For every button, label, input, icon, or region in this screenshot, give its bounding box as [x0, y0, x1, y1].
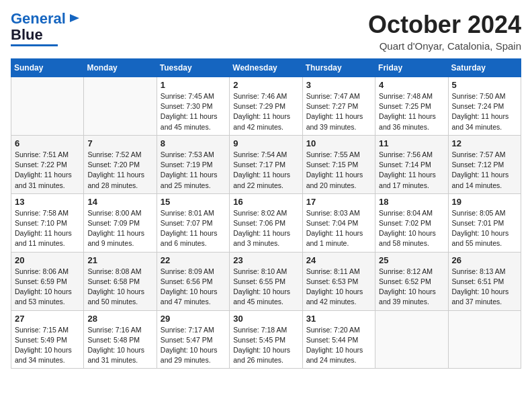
- logo: General Blue: [11, 11, 81, 46]
- cell-info: Sunrise: 7:57 AM Sunset: 7:12 PM Dayligh…: [452, 150, 517, 191]
- location-text: Quart d'Onyar, Catalonia, Spain: [368, 40, 521, 52]
- day-number: 7: [87, 138, 152, 148]
- day-number: 20: [15, 255, 80, 265]
- day-number: 27: [15, 314, 80, 324]
- month-title: October 2024: [368, 11, 521, 39]
- calendar-cell: 24Sunrise: 8:11 AM Sunset: 6:53 PM Dayli…: [302, 252, 375, 310]
- cell-info: Sunrise: 8:10 AM Sunset: 6:55 PM Dayligh…: [233, 267, 298, 308]
- calendar-cell: 6Sunrise: 7:51 AM Sunset: 7:22 PM Daylig…: [11, 135, 84, 193]
- day-number: 25: [379, 255, 444, 265]
- calendar-cell: 26Sunrise: 8:13 AM Sunset: 6:51 PM Dayli…: [448, 252, 521, 310]
- cell-info: Sunrise: 8:01 AM Sunset: 7:07 PM Dayligh…: [161, 208, 226, 249]
- cell-info: Sunrise: 7:51 AM Sunset: 7:22 PM Dayligh…: [15, 150, 80, 191]
- calendar-week-3: 13Sunrise: 7:58 AM Sunset: 7:10 PM Dayli…: [11, 193, 521, 252]
- calendar-cell: 27Sunrise: 7:15 AM Sunset: 5:49 PM Dayli…: [11, 310, 84, 369]
- calendar-cell: 18Sunrise: 8:04 AM Sunset: 7:02 PM Dayli…: [375, 193, 448, 252]
- cell-info: Sunrise: 8:02 AM Sunset: 7:06 PM Dayligh…: [233, 208, 298, 249]
- day-number: 18: [379, 197, 444, 207]
- calendar-cell: [375, 310, 448, 369]
- cell-info: Sunrise: 7:54 AM Sunset: 7:17 PM Dayligh…: [233, 150, 298, 191]
- day-number: 29: [161, 314, 226, 324]
- calendar-cell: [448, 310, 521, 369]
- day-number: 19: [452, 197, 517, 207]
- cell-info: Sunrise: 8:08 AM Sunset: 6:58 PM Dayligh…: [87, 267, 152, 308]
- cell-info: Sunrise: 8:04 AM Sunset: 7:02 PM Dayligh…: [379, 208, 444, 249]
- calendar-week-4: 20Sunrise: 8:06 AM Sunset: 6:59 PM Dayli…: [11, 252, 521, 310]
- cell-info: Sunrise: 8:11 AM Sunset: 6:53 PM Dayligh…: [306, 267, 371, 308]
- day-number: 31: [306, 314, 371, 324]
- day-number: 23: [233, 255, 298, 265]
- calendar-cell: 12Sunrise: 7:57 AM Sunset: 7:12 PM Dayli…: [448, 135, 521, 193]
- calendar-cell: 8Sunrise: 7:53 AM Sunset: 7:19 PM Daylig…: [157, 135, 229, 193]
- cell-info: Sunrise: 7:20 AM Sunset: 5:44 PM Dayligh…: [306, 325, 371, 366]
- logo-arrow-icon: [69, 12, 81, 24]
- calendar-cell: 2Sunrise: 7:46 AM Sunset: 7:29 PM Daylig…: [230, 77, 302, 136]
- logo-text: General: [11, 11, 66, 27]
- col-header-monday: Monday: [84, 59, 157, 77]
- col-header-thursday: Thursday: [302, 59, 375, 77]
- day-number: 13: [15, 197, 80, 207]
- calendar-cell: 29Sunrise: 7:17 AM Sunset: 5:47 PM Dayli…: [157, 310, 229, 369]
- cell-info: Sunrise: 8:06 AM Sunset: 6:59 PM Dayligh…: [15, 267, 80, 308]
- calendar-cell: 30Sunrise: 7:18 AM Sunset: 5:45 PM Dayli…: [230, 310, 302, 369]
- cell-info: Sunrise: 7:58 AM Sunset: 7:10 PM Dayligh…: [15, 208, 80, 249]
- col-header-wednesday: Wednesday: [230, 59, 302, 77]
- calendar-cell: 11Sunrise: 7:56 AM Sunset: 7:14 PM Dayli…: [375, 135, 448, 193]
- day-number: 8: [161, 138, 226, 148]
- calendar-cell: 5Sunrise: 7:50 AM Sunset: 7:24 PM Daylig…: [448, 77, 521, 136]
- cell-info: Sunrise: 7:50 AM Sunset: 7:24 PM Dayligh…: [452, 91, 517, 132]
- title-section: October 2024 Quart d'Onyar, Catalonia, S…: [368, 11, 521, 52]
- day-number: 28: [87, 314, 152, 324]
- calendar-cell: 15Sunrise: 8:01 AM Sunset: 7:07 PM Dayli…: [157, 193, 229, 252]
- cell-info: Sunrise: 7:55 AM Sunset: 7:15 PM Dayligh…: [306, 150, 371, 191]
- day-number: 1: [161, 80, 226, 90]
- day-number: 14: [87, 197, 152, 207]
- calendar-cell: 25Sunrise: 8:12 AM Sunset: 6:52 PM Dayli…: [375, 252, 448, 310]
- calendar-cell: 14Sunrise: 8:00 AM Sunset: 7:09 PM Dayli…: [84, 193, 157, 252]
- cell-info: Sunrise: 8:09 AM Sunset: 6:56 PM Dayligh…: [161, 267, 226, 308]
- day-number: 30: [233, 314, 298, 324]
- calendar-cell: [11, 77, 84, 136]
- cell-info: Sunrise: 7:56 AM Sunset: 7:14 PM Dayligh…: [379, 150, 444, 191]
- calendar-cell: 31Sunrise: 7:20 AM Sunset: 5:44 PM Dayli…: [302, 310, 375, 369]
- day-number: 9: [233, 138, 298, 148]
- calendar-cell: 21Sunrise: 8:08 AM Sunset: 6:58 PM Dayli…: [84, 252, 157, 310]
- cell-info: Sunrise: 8:00 AM Sunset: 7:09 PM Dayligh…: [87, 208, 152, 249]
- calendar-week-5: 27Sunrise: 7:15 AM Sunset: 5:49 PM Dayli…: [11, 310, 521, 369]
- calendar-cell: 3Sunrise: 7:47 AM Sunset: 7:27 PM Daylig…: [302, 77, 375, 136]
- cell-info: Sunrise: 7:15 AM Sunset: 5:49 PM Dayligh…: [15, 325, 80, 366]
- calendar-cell: 9Sunrise: 7:54 AM Sunset: 7:17 PM Daylig…: [230, 135, 302, 193]
- logo-text2: Blue: [11, 27, 43, 43]
- day-number: 26: [452, 255, 517, 265]
- calendar-header-row: SundayMondayTuesdayWednesdayThursdayFrid…: [11, 59, 521, 77]
- cell-info: Sunrise: 7:52 AM Sunset: 7:20 PM Dayligh…: [87, 150, 152, 191]
- svg-marker-0: [70, 14, 79, 22]
- page-header: General Blue October 2024 Quart d'Onyar,…: [11, 11, 521, 52]
- calendar-cell: 13Sunrise: 7:58 AM Sunset: 7:10 PM Dayli…: [11, 193, 84, 252]
- cell-info: Sunrise: 8:03 AM Sunset: 7:04 PM Dayligh…: [306, 208, 371, 249]
- day-number: 2: [233, 80, 298, 90]
- calendar-cell: 17Sunrise: 8:03 AM Sunset: 7:04 PM Dayli…: [302, 193, 375, 252]
- calendar-cell: 16Sunrise: 8:02 AM Sunset: 7:06 PM Dayli…: [230, 193, 302, 252]
- day-number: 21: [87, 255, 152, 265]
- day-number: 3: [306, 80, 371, 90]
- cell-info: Sunrise: 8:13 AM Sunset: 6:51 PM Dayligh…: [452, 267, 517, 308]
- cell-info: Sunrise: 7:17 AM Sunset: 5:47 PM Dayligh…: [161, 325, 226, 366]
- calendar-cell: 28Sunrise: 7:16 AM Sunset: 5:48 PM Dayli…: [84, 310, 157, 369]
- day-number: 17: [306, 197, 371, 207]
- logo-underline: [11, 44, 58, 46]
- cell-info: Sunrise: 8:12 AM Sunset: 6:52 PM Dayligh…: [379, 267, 444, 308]
- calendar-cell: 22Sunrise: 8:09 AM Sunset: 6:56 PM Dayli…: [157, 252, 229, 310]
- day-number: 12: [452, 138, 517, 148]
- col-header-friday: Friday: [375, 59, 448, 77]
- cell-info: Sunrise: 8:05 AM Sunset: 7:01 PM Dayligh…: [452, 208, 517, 249]
- day-number: 5: [452, 80, 517, 90]
- calendar-cell: 20Sunrise: 8:06 AM Sunset: 6:59 PM Dayli…: [11, 252, 84, 310]
- day-number: 11: [379, 138, 444, 148]
- day-number: 4: [379, 80, 444, 90]
- calendar-cell: 1Sunrise: 7:45 AM Sunset: 7:30 PM Daylig…: [157, 77, 229, 136]
- calendar-table: SundayMondayTuesdayWednesdayThursdayFrid…: [11, 58, 521, 369]
- col-header-sunday: Sunday: [11, 59, 84, 77]
- cell-info: Sunrise: 7:48 AM Sunset: 7:25 PM Dayligh…: [379, 91, 444, 132]
- day-number: 22: [161, 255, 226, 265]
